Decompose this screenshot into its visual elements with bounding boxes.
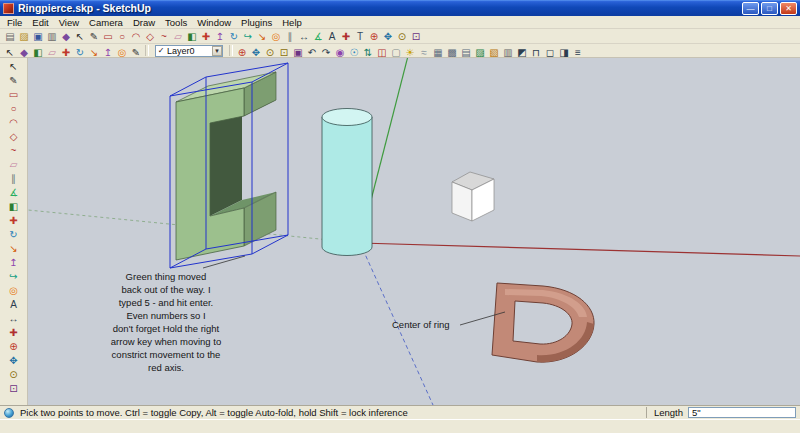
move-icon[interactable]: ✚ [199,30,213,43]
orbit-icon[interactable]: ⊕ [235,46,249,59]
zoom-icon[interactable]: ⊙ [263,46,277,59]
walk-icon[interactable]: ⇅ [361,46,375,59]
move-icon[interactable]: ✚ [3,214,25,228]
orbit-icon[interactable]: ⊕ [3,340,25,354]
shaded-textures-icon[interactable]: ▧ [487,46,501,59]
eraser-icon[interactable]: ▱ [45,46,59,59]
paint-bucket-icon[interactable]: ◧ [185,30,199,43]
make-component-icon[interactable]: ◆ [17,46,31,59]
model-viewport[interactable]: Green thing moved back out of the way. I… [28,58,800,405]
top-view-icon[interactable]: ⊓ [529,46,543,59]
eraser-icon[interactable]: ▱ [171,30,185,43]
status-help-orb-icon[interactable] [4,408,14,418]
monochrome-icon[interactable]: ▥ [501,46,515,59]
zoom-extents-icon[interactable]: ▣ [291,46,305,59]
tape-measure-icon[interactable]: ∥ [3,172,25,186]
layers-icon[interactable]: ≡ [571,46,585,59]
zoom-extents-icon[interactable]: ⊡ [3,382,25,396]
close-button[interactable]: ✕ [780,2,797,15]
menu-item-plugins[interactable]: Plugins [236,17,277,28]
scale-icon[interactable]: ↘ [3,242,25,256]
arc-icon[interactable]: ◠ [3,116,25,130]
window-resize-bar [0,419,800,433]
length-label: Length [654,407,683,418]
menu-item-file[interactable]: File [2,17,27,28]
eraser-icon[interactable]: ▱ [3,158,25,172]
cylinder-body[interactable] [322,117,372,256]
axes-icon[interactable]: ✚ [3,326,25,340]
sketchup-app-icon [3,3,14,14]
offset-icon[interactable]: ◎ [3,284,25,298]
layer-visible-check-icon: ✓ [156,46,166,55]
bracket-inner-left-face[interactable] [210,107,242,216]
minimize-button[interactable]: — [742,2,759,15]
toolbar-row2-left-group: ↖◆◧▱✚↻↘↥◎✎ [3,42,143,60]
section-plane-icon[interactable]: ◫ [375,46,389,59]
freehand-icon[interactable]: ~ [157,30,171,43]
paint-bucket-icon[interactable]: ◧ [31,46,45,59]
protractor-icon[interactable]: ∡ [3,186,25,200]
paint-bucket-icon[interactable]: ◧ [3,200,25,214]
polygon-icon[interactable]: ◇ [3,130,25,144]
maximize-button[interactable]: □ [761,2,778,15]
right-view-icon[interactable]: ◨ [557,46,571,59]
polygon-icon[interactable]: ◇ [143,30,157,43]
main-area: ↖✎▭○◠◇~▱∥∡◧✚↻↘↥↪◎A↔✚⊕✥⊙⊡ [0,58,800,405]
circle-icon[interactable]: ○ [3,102,25,116]
pan-icon[interactable]: ✥ [3,354,25,368]
shadows-icon[interactable]: ☀ [403,46,417,59]
menubar: FileEditViewCameraDrawToolsWindowPlugins… [0,16,800,29]
menu-item-camera[interactable]: Camera [84,17,128,28]
offset-icon[interactable]: ◎ [115,46,129,59]
rotate-icon[interactable]: ↻ [73,46,87,59]
chevron-down-icon[interactable]: ▼ [212,46,222,56]
front-view-icon[interactable]: ◻ [543,46,557,59]
select-icon[interactable]: ↖ [3,60,25,74]
dimension-icon[interactable]: ↔ [3,312,25,326]
menu-item-window[interactable]: Window [192,17,236,28]
follow-me-icon[interactable]: ↪ [3,270,25,284]
move-icon[interactable]: ✚ [59,46,73,59]
ring-center-label[interactable]: Center of ring [392,318,450,331]
cylinder-top-face[interactable] [322,109,372,126]
previous-view-icon[interactable]: ↶ [305,46,319,59]
shaded-icon[interactable]: ▨ [473,46,487,59]
iso-view-icon[interactable]: ◩ [515,46,529,59]
text-icon[interactable]: A [3,298,25,312]
fog-icon[interactable]: ≈ [417,46,431,59]
scale-icon[interactable]: ↘ [87,46,101,59]
window-title: Ringpierce.skp - SketchUp [18,2,740,14]
freehand-icon[interactable]: ~ [3,144,25,158]
push-pull-icon[interactable]: ↥ [3,256,25,270]
position-camera-icon[interactable]: ◉ [333,46,347,59]
active-layer-pencil-icon[interactable]: ✎ [129,46,143,59]
push-pull-icon[interactable]: ↥ [213,30,227,43]
annotation-leader-line [203,256,245,268]
layer-dropdown[interactable]: ✓ Layer0 ▼ [155,45,223,57]
annotation-note[interactable]: Green thing moved back out of the way. I… [80,270,252,374]
cyan-cylinder[interactable] [322,109,372,256]
rectangle-icon[interactable]: ▭ [3,88,25,102]
wireframe-icon[interactable]: ▩ [445,46,459,59]
x-ray-icon[interactable]: ▦ [431,46,445,59]
menu-item-help[interactable]: Help [277,17,307,28]
menu-item-edit[interactable]: Edit [27,17,53,28]
line-icon[interactable]: ✎ [3,74,25,88]
hidden-line-icon[interactable]: ▤ [459,46,473,59]
select-icon[interactable]: ↖ [3,46,17,59]
zoom-window-icon[interactable]: ⊡ [277,46,291,59]
hide-icon[interactable]: ▢ [389,46,403,59]
menu-item-draw[interactable]: Draw [128,17,160,28]
white-box[interactable] [452,172,494,221]
rotate-icon[interactable]: ↻ [3,228,25,242]
length-value-field[interactable]: 5" [688,407,796,418]
zoom-icon[interactable]: ⊙ [3,368,25,382]
push-pull-icon[interactable]: ↥ [101,46,115,59]
menu-item-view[interactable]: View [54,17,84,28]
menu-item-tools[interactable]: Tools [160,17,192,28]
d-ring-object[interactable] [492,283,594,362]
green-bracket-object[interactable] [176,72,276,260]
next-view-icon[interactable]: ↷ [319,46,333,59]
pan-icon[interactable]: ✥ [249,46,263,59]
look-around-icon[interactable]: ☉ [347,46,361,59]
